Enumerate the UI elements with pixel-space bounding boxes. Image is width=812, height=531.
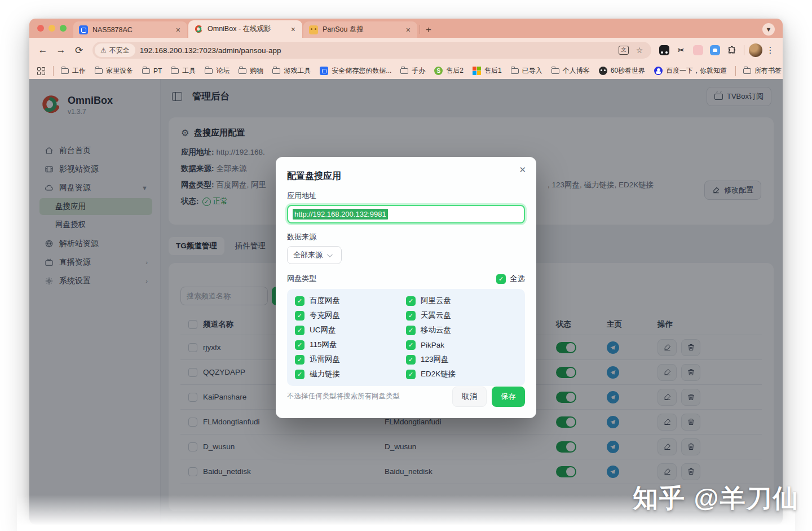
source-select-value: 全部来源: [293, 250, 323, 260]
checkbox-checked-icon[interactable]: ✓: [295, 370, 304, 379]
profile-avatar[interactable]: [749, 43, 762, 57]
type-checkbox-item[interactable]: ✓ED2K链接: [406, 369, 517, 379]
folder-icon: [239, 68, 246, 74]
browser-menu-icon[interactable]: ⋮: [765, 45, 776, 55]
checkbox-checked-icon[interactable]: ✓: [295, 355, 304, 365]
type-checkbox-item[interactable]: ✓123网盘: [406, 354, 517, 365]
cancel-button[interactable]: 取消: [452, 387, 487, 407]
panda-icon: [599, 67, 607, 75]
reload-button[interactable]: ⟳: [71, 42, 87, 58]
folder-icon: [551, 68, 559, 74]
tab-nas[interactable]: NAS5878AC ×: [73, 21, 187, 38]
bookmark-site[interactable]: S售后2: [430, 64, 467, 77]
security-chip[interactable]: ⚠ 不安全: [95, 43, 135, 57]
bookmarks-divider: [735, 66, 736, 76]
type-checkbox-item[interactable]: ✓百度网盘: [295, 296, 406, 306]
bookmark-folder[interactable]: 工具: [167, 64, 200, 77]
extension-adblock-icon[interactable]: [657, 43, 672, 58]
bookmark-site[interactable]: 60秒看世界: [595, 64, 649, 77]
bookmark-label: 购物: [250, 66, 263, 76]
bookmark-site[interactable]: 售后1: [469, 64, 506, 77]
bookmark-site[interactable]: 百度一下，你就知道: [650, 64, 731, 77]
type-label: 迅雷网盘: [310, 354, 340, 365]
bookmark-folder[interactable]: 家里设备: [91, 64, 137, 77]
checkbox-checked-icon[interactable]: ✓: [295, 326, 304, 335]
checkbox-checked-icon[interactable]: ✓: [406, 326, 416, 335]
type-checkbox-item[interactable]: ✓夸克网盘: [295, 310, 406, 321]
extensions-puzzle-icon[interactable]: [725, 43, 739, 58]
bookmark-folder[interactable]: PT: [138, 65, 166, 77]
tab-search-chevron-button[interactable]: ▼: [762, 23, 775, 36]
checkbox-checked-icon[interactable]: ✓: [295, 311, 304, 321]
type-checkbox-item[interactable]: ✓PikPak: [406, 340, 517, 350]
checkbox-checked-icon[interactable]: ✓: [295, 296, 304, 306]
bookmark-star-icon[interactable]: ☆: [633, 46, 646, 55]
pansou-favicon: [309, 25, 318, 34]
tab-omnibox[interactable]: OmniBox - 在线观影 ×: [188, 20, 302, 38]
zoom-window-button[interactable]: [60, 25, 67, 32]
bookmark-label: 售后2: [446, 66, 464, 76]
type-checkbox-item[interactable]: ✓阿里云盘: [406, 296, 517, 306]
folder-icon: [95, 68, 103, 74]
bookmark-folder[interactable]: 个人博客: [548, 64, 594, 77]
type-checkbox-item[interactable]: ✓UC网盘: [295, 325, 406, 335]
checkbox-checked-icon[interactable]: ✓: [496, 274, 506, 284]
url-text[interactable]: 192.168.200.132:7023/admin/pansou-app: [140, 46, 614, 55]
source-select[interactable]: 全部来源: [287, 246, 342, 264]
checkbox-checked-icon[interactable]: ✓: [406, 311, 416, 321]
back-button[interactable]: ←: [35, 42, 51, 58]
bookmarks-divider: [53, 66, 54, 76]
bookmark-site[interactable]: 安全储存您的数据...: [316, 64, 395, 77]
type-checkbox-item[interactable]: ✓天翼云盘: [406, 310, 517, 321]
checkbox-checked-icon[interactable]: ✓: [406, 370, 416, 379]
bookmark-folder[interactable]: 论坛: [201, 64, 233, 77]
baidu-icon: [654, 67, 663, 75]
apps-grid-icon[interactable]: [37, 67, 45, 75]
bookmark-folder[interactable]: 购物: [235, 64, 267, 77]
select-all-toggle[interactable]: ✓ 全选: [496, 274, 525, 284]
bookmark-label: 所有书签: [754, 66, 782, 76]
checkbox-checked-icon[interactable]: ✓: [406, 355, 416, 365]
close-tab-icon[interactable]: ×: [175, 25, 182, 34]
checkbox-checked-icon[interactable]: ✓: [406, 340, 416, 350]
warning-icon: ⚠: [100, 46, 107, 54]
extension-screenshot-icon[interactable]: ✂: [674, 43, 689, 58]
minimize-window-button[interactable]: [48, 25, 55, 32]
bookmark-folder[interactable]: 工作: [57, 64, 90, 77]
all-bookmarks-folder[interactable]: 所有书签: [739, 64, 783, 77]
close-tab-icon[interactable]: ×: [405, 25, 412, 34]
save-button[interactable]: 保存: [492, 387, 525, 407]
app-url-input[interactable]: http://192.168.200.132:9981: [287, 205, 525, 223]
type-checkbox-item[interactable]: ✓移动云盘: [406, 325, 517, 335]
forward-button[interactable]: →: [53, 42, 69, 58]
extension-pink-icon[interactable]: [691, 43, 705, 58]
bookmark-label: 手办: [412, 66, 425, 76]
tab-title: PanSou 盘搜: [323, 25, 400, 34]
type-label: PikPak: [421, 341, 444, 349]
checkbox-checked-icon[interactable]: ✓: [295, 340, 304, 350]
nas-favicon: [79, 25, 88, 34]
checkbox-checked-icon[interactable]: ✓: [406, 296, 416, 306]
folder-icon: [400, 68, 408, 74]
type-checkbox-item[interactable]: ✓磁力链接: [295, 369, 406, 379]
type-checkbox-item[interactable]: ✓115网盘: [295, 340, 406, 350]
address-bar[interactable]: ⚠ 不安全 192.168.200.132:7023/admin/pansou-…: [92, 42, 651, 59]
translate-icon[interactable]: 文: [619, 46, 629, 55]
modal-title: 配置盘搜应用: [287, 170, 525, 182]
tab-pansou[interactable]: PanSou 盘搜 ×: [303, 21, 417, 38]
close-tab-icon[interactable]: ×: [290, 25, 297, 34]
bookmark-folder[interactable]: 游戏工具: [268, 64, 315, 77]
bookmark-folder[interactable]: 手办: [396, 64, 429, 77]
bookmark-folder[interactable]: 已导入: [507, 64, 546, 77]
modal-types-label: 网盘类型: [287, 274, 496, 284]
type-checkbox-item[interactable]: ✓迅雷网盘: [295, 354, 406, 365]
close-window-button[interactable]: [37, 25, 44, 32]
bookmark-label: 百度一下，你就知道: [666, 66, 727, 76]
close-icon[interactable]: ✕: [519, 165, 526, 175]
type-label: 天翼云盘: [421, 310, 451, 321]
extension-blue-icon[interactable]: [708, 43, 722, 58]
bookmark-label: 个人博客: [563, 66, 590, 76]
toolbar-divider: [744, 45, 744, 55]
bookmark-label: 安全储存您的数据...: [332, 66, 391, 76]
new-tab-button[interactable]: +: [421, 24, 437, 38]
